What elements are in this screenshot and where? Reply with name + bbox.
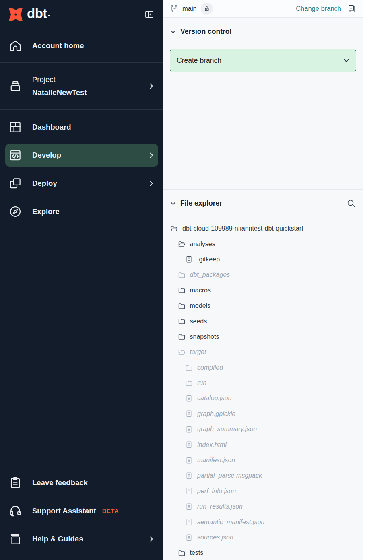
- sidebar-item-text: Deploy: [32, 179, 57, 188]
- sidebar-item-label: Help & Guides: [32, 535, 83, 544]
- tree-file-item[interactable]: semantic_manifest.json: [163, 514, 363, 529]
- tree-folder-item[interactable]: models: [163, 298, 363, 313]
- version-control-title: Version control: [180, 27, 231, 36]
- file-icon: [185, 457, 193, 464]
- sidebar-item-deploy[interactable]: Deploy: [0, 169, 163, 198]
- folder-open-icon: [178, 348, 186, 356]
- collapse-sidebar-icon[interactable]: [144, 9, 155, 20]
- tree-item-label: catalog.json: [197, 395, 231, 402]
- tree-item-label: run: [197, 379, 206, 387]
- sidebar-item-help-guides[interactable]: Help & Guides: [0, 525, 163, 553]
- file-icon: [185, 518, 193, 526]
- version-control-header[interactable]: Version control: [170, 27, 356, 36]
- clipboard-icon: [8, 476, 22, 490]
- sidebar-item-dashboard[interactable]: Dashboard: [0, 113, 163, 141]
- sidebar-header: dbt: [0, 0, 163, 29]
- change-branch-link[interactable]: Change branch: [296, 5, 341, 12]
- file-icon: [185, 503, 193, 511]
- tree-folder-item[interactable]: seeds: [163, 313, 363, 329]
- tree-folder-item[interactable]: run: [163, 375, 363, 391]
- sidebar-item-text: Help & Guides: [32, 535, 83, 544]
- file-explorer-toggle[interactable]: File explorer: [170, 199, 222, 208]
- tree-folder-item[interactable]: compiled: [163, 360, 363, 375]
- logo-wordmark: dbt: [27, 6, 47, 21]
- sidebar-item-label: Support Assistant: [32, 506, 96, 515]
- sidebar-item-label: Explore: [32, 207, 60, 216]
- create-branch-button[interactable]: Create branch: [170, 49, 356, 72]
- tree-file-item[interactable]: index.html: [163, 437, 363, 452]
- branch-name: main: [182, 5, 197, 12]
- chevron-down-icon: [170, 200, 176, 207]
- sidebar-nav-main: Account homeProjectNatalieNewTestDashboa…: [0, 29, 163, 226]
- home-icon: [8, 39, 22, 53]
- tree-item-label: target: [190, 348, 206, 356]
- tree-file-item[interactable]: run_results.json: [163, 499, 363, 514]
- sidebar-nav-bottom: Leave feedbackSupport AssistantBETAHelp …: [0, 469, 163, 560]
- tree-item-label: manifest.json: [197, 457, 235, 464]
- sidebar-item-label: Deploy: [32, 179, 57, 188]
- create-branch-label[interactable]: Create branch: [170, 49, 336, 72]
- tree-item-label: tests: [190, 549, 204, 556]
- tree-folder-item[interactable]: dbt-cloud-109989-nfianntest-dbt-quicksta…: [163, 221, 363, 236]
- lock-icon: [203, 5, 210, 12]
- logo-trademark-dot: [48, 15, 50, 16]
- file-icon: [185, 487, 193, 495]
- ide-left-panel: main Change branch: [163, 0, 363, 560]
- copy-icon[interactable]: [347, 4, 357, 14]
- folder-open-icon: [170, 225, 178, 233]
- sidebar-item-text: Support AssistantBETA: [32, 506, 119, 515]
- folder-icon: [178, 286, 186, 294]
- tree-folder-item[interactable]: snapshots: [163, 329, 363, 344]
- folder-icon: [178, 271, 186, 279]
- file-tree: dbt-cloud-109989-nfianntest-dbt-quicksta…: [163, 221, 363, 560]
- branch-protected-badge: [201, 3, 213, 15]
- folder-icon: [185, 379, 193, 387]
- tree-item-label: dbt-cloud-109989-nfianntest-dbt-quicksta…: [182, 225, 303, 232]
- sidebar-item-text: Explore: [32, 207, 60, 216]
- sidebar-item-support-assistant[interactable]: Support AssistantBETA: [0, 497, 163, 525]
- sidebar-item-leave-feedback[interactable]: Leave feedback: [0, 469, 163, 497]
- sidebar-item-text: Leave feedback: [32, 478, 88, 487]
- sidebar-item-develop[interactable]: Develop: [5, 144, 158, 167]
- sidebar-item-text: Dashboard: [32, 123, 71, 132]
- tree-folder-item[interactable]: macros: [163, 283, 363, 298]
- tree-item-label: analyses: [190, 241, 215, 248]
- tree-item-label: partial_parse.msgpack: [197, 472, 262, 479]
- tree-item-label: perf_info.json: [197, 488, 236, 495]
- sidebar-item-label: Project: [32, 73, 56, 86]
- tree-item-label: graph_summary.json: [197, 426, 257, 433]
- folder-icon: [178, 317, 186, 325]
- sidebar-item-account-home[interactable]: Account home: [0, 29, 163, 62]
- headset-icon: [8, 504, 22, 518]
- tree-file-item[interactable]: graph_summary.json: [163, 422, 363, 437]
- dbt-logo[interactable]: dbt: [8, 7, 50, 22]
- version-control-section: Version control Create branch: [163, 18, 363, 190]
- tree-file-item[interactable]: graph.gpickle: [163, 406, 363, 422]
- tree-file-item[interactable]: perf_info.json: [163, 484, 363, 499]
- create-branch-dropdown-toggle[interactable]: [336, 49, 356, 72]
- code-window-icon: [8, 148, 22, 162]
- tree-item-label: snapshots: [190, 333, 219, 340]
- tree-folder-item[interactable]: dbt_packages: [163, 267, 363, 282]
- search-icon[interactable]: [346, 198, 356, 208]
- beta-badge: BETA: [102, 508, 119, 514]
- tree-item-label: dbt_packages: [190, 271, 230, 278]
- tree-file-item[interactable]: .gitkeep: [163, 252, 363, 267]
- tree-item-label: macros: [190, 287, 211, 294]
- tree-file-item[interactable]: sources.json: [163, 530, 363, 545]
- tree-folder-item[interactable]: tests: [163, 545, 363, 560]
- file-icon: [185, 426, 193, 433]
- tree-folder-item[interactable]: analyses: [163, 236, 363, 251]
- tree-item-label: index.html: [197, 441, 227, 449]
- sidebar-item-project[interactable]: ProjectNatalieNewTest: [0, 63, 163, 109]
- file-icon: [185, 534, 193, 541]
- tree-item-label: models: [190, 302, 211, 309]
- folder-icon: [178, 333, 186, 340]
- tree-folder-item[interactable]: target: [163, 344, 363, 360]
- tree-file-item[interactable]: manifest.json: [163, 453, 363, 468]
- sidebar-item-explore[interactable]: Explore: [0, 198, 163, 226]
- tree-file-item[interactable]: partial_parse.msgpack: [163, 468, 363, 483]
- branch-bar: main Change branch: [163, 0, 363, 18]
- file-explorer-title: File explorer: [180, 199, 222, 208]
- tree-file-item[interactable]: catalog.json: [163, 391, 363, 406]
